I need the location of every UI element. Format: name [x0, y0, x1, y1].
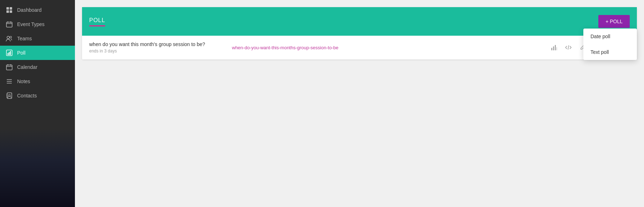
sidebar-nav: Dashboard Event Types	[0, 0, 75, 103]
chart-box-icon	[6, 49, 13, 56]
svg-rect-13	[10, 51, 11, 55]
svg-rect-12	[9, 52, 10, 55]
poll-question-block: when do you want this month's group sess…	[89, 41, 225, 54]
svg-point-8	[7, 36, 10, 39]
sidebar-item-calendar-label: Calendar	[17, 64, 37, 70]
grid-icon	[6, 6, 13, 14]
calendar-small-icon	[6, 21, 13, 28]
svg-point-9	[10, 36, 12, 38]
dropdown-item-date-poll[interactable]: Date poll	[583, 29, 637, 44]
sidebar-item-teams-label: Teams	[17, 36, 32, 41]
svg-rect-2	[6, 10, 9, 13]
poll-ends-text: ends in 3 days	[89, 49, 225, 54]
svg-rect-28	[555, 45, 556, 50]
poll-header: POLL + POLL Date poll Text poll	[82, 7, 637, 36]
people-icon	[6, 35, 13, 42]
poll-card: POLL + POLL Date poll Text poll when do …	[82, 7, 637, 60]
svg-line-30	[568, 45, 569, 50]
svg-rect-14	[6, 65, 12, 70]
sidebar-item-poll-label: Poll	[17, 50, 25, 56]
sidebar-item-dashboard-label: Dashboard	[17, 7, 42, 13]
sidebar-item-contacts[interactable]: Contacts	[0, 89, 75, 103]
address-book-icon	[6, 92, 13, 99]
svg-rect-4	[6, 22, 12, 27]
add-poll-button[interactable]: + POLL	[598, 15, 630, 28]
svg-rect-29	[557, 47, 557, 50]
poll-slug[interactable]: when-do-you-want-this-months-group-sessi…	[232, 45, 543, 50]
dropdown-item-text-poll[interactable]: Text poll	[583, 44, 637, 60]
sidebar-item-event-types-label: Event Types	[17, 21, 45, 27]
svg-point-25	[9, 95, 10, 96]
sidebar-item-event-types[interactable]: Event Types	[0, 17, 75, 31]
sidebar-item-dashboard[interactable]: Dashboard	[0, 3, 75, 17]
svg-rect-11	[7, 53, 9, 55]
poll-item: when do you want this month's group sess…	[82, 36, 637, 60]
list-icon	[6, 78, 13, 85]
poll-tab[interactable]: POLL	[89, 17, 105, 26]
sidebar-item-poll[interactable]: Poll	[0, 46, 75, 60]
sidebar-item-calendar[interactable]: Calendar	[0, 60, 75, 74]
stats-icon[interactable]	[550, 43, 558, 52]
poll-question-text: when do you want this month's group sess…	[89, 41, 225, 47]
svg-rect-0	[6, 7, 9, 10]
embed-icon[interactable]	[564, 43, 573, 52]
svg-rect-3	[10, 10, 12, 13]
sidebar-item-notes-label: Notes	[17, 79, 30, 84]
calendar-icon	[6, 64, 13, 71]
svg-rect-27	[553, 46, 554, 50]
sidebar-item-contacts-label: Contacts	[17, 93, 37, 99]
sidebar-item-notes[interactable]: Notes	[0, 74, 75, 89]
sidebar-item-teams[interactable]: Teams	[0, 31, 75, 46]
svg-rect-26	[551, 48, 552, 50]
svg-rect-1	[10, 7, 12, 10]
main-content: POLL + POLL Date poll Text poll when do …	[75, 0, 644, 207]
sidebar: Dashboard Event Types	[0, 0, 75, 207]
dropdown-menu: Date poll Text poll	[583, 29, 637, 60]
